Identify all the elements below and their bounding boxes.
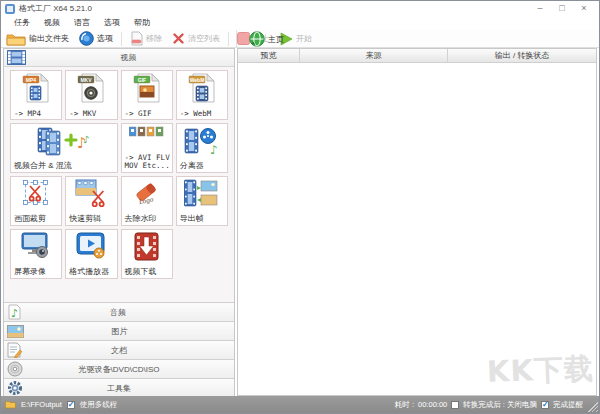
column-header-preview[interactable]: 预览 bbox=[238, 49, 300, 62]
menu-item-language[interactable]: 语言 bbox=[67, 16, 97, 30]
clear-list-icon bbox=[172, 32, 185, 45]
home-globe-icon bbox=[249, 31, 265, 47]
watermark: KK下载 bbox=[486, 349, 594, 393]
card-splitter[interactable]: ♪ 分离器 bbox=[176, 123, 228, 173]
svg-text:♪: ♪ bbox=[11, 307, 18, 320]
toolbar-divider bbox=[236, 30, 237, 47]
section-header-toolset[interactable]: 工具集 bbox=[4, 378, 234, 397]
picture-icon bbox=[7, 325, 24, 338]
small-folder-icon bbox=[5, 400, 16, 409]
column-header-output-status[interactable]: 输出 / 转换状态 bbox=[448, 49, 596, 62]
remove-icon bbox=[130, 31, 143, 46]
menu-item-options[interactable]: 选项 bbox=[97, 16, 127, 30]
download-icon bbox=[122, 232, 172, 261]
card-video-download[interactable]: 视频下载 bbox=[121, 229, 173, 279]
elapsed-value: 00:00:00 bbox=[418, 400, 447, 409]
video-panel: MP4 -> MP4 MKV -> MKV GIF -> GIF WebM ->… bbox=[4, 67, 234, 302]
quick-clip-icon bbox=[66, 179, 116, 207]
section-header-audio[interactable]: ♪ 音频 bbox=[4, 302, 234, 321]
mp4-file-icon: MP4 bbox=[11, 73, 61, 104]
section-header-disc[interactable]: 光驱设备\DVD\CD\ISO bbox=[4, 359, 234, 378]
notify-checkbox[interactable] bbox=[541, 401, 549, 409]
video-card-grid: MP4 -> MP4 MKV -> MKV GIF -> GIF WebM ->… bbox=[10, 70, 228, 279]
output-folder-icon bbox=[6, 32, 26, 46]
window-controls: – □ × bbox=[529, 1, 595, 16]
notify-label: 完成提醒 bbox=[553, 400, 583, 410]
mkv-file-icon: MKV bbox=[66, 73, 116, 104]
export-frames-icon bbox=[177, 179, 227, 207]
card-to-mkv[interactable]: MKV -> MKV bbox=[65, 70, 117, 120]
toolbar-separator bbox=[121, 32, 122, 46]
statusbar-left: E:\FFOutput 使用多线程 bbox=[5, 400, 117, 410]
gear-icon bbox=[7, 380, 23, 396]
after-convert-label: 转换完成后 : 关闭电脑 bbox=[463, 400, 537, 410]
card-crop[interactable]: 画面裁剪 bbox=[10, 176, 62, 226]
card-video-merge-mux[interactable]: ♪♪ 视频合并 & 混流 bbox=[10, 123, 118, 173]
svg-text:MKV: MKV bbox=[81, 77, 93, 83]
document-icon bbox=[7, 342, 23, 358]
section-header-picture[interactable]: 图片 bbox=[4, 321, 234, 340]
card-remove-watermark[interactable]: Logo 去除水印 bbox=[121, 176, 173, 226]
svg-text:♪: ♪ bbox=[210, 143, 218, 156]
elapsed-label: 耗时 : bbox=[395, 400, 414, 410]
music-note-icon: ♪ bbox=[7, 304, 21, 320]
remove-button[interactable]: 移除 bbox=[125, 30, 167, 48]
card-to-avi-flv-mov[interactable]: -> AVI FLVMOV Etc... bbox=[121, 123, 173, 173]
card-to-mp4[interactable]: MP4 -> MP4 bbox=[10, 70, 62, 120]
toolbar-separator bbox=[228, 32, 229, 46]
multithread-label: 使用多线程 bbox=[80, 400, 118, 410]
crop-scissors-icon bbox=[11, 179, 61, 207]
section-header-document[interactable]: 文档 bbox=[4, 340, 234, 359]
svg-text:♪: ♪ bbox=[83, 134, 89, 145]
task-list-body[interactable] bbox=[238, 63, 596, 395]
minimize-button[interactable]: – bbox=[529, 1, 551, 16]
screen-record-icon bbox=[11, 232, 61, 259]
column-header-source[interactable]: 来源 bbox=[300, 49, 448, 62]
menu-bar: 任务 视频 语言 选项 帮助 bbox=[1, 16, 599, 30]
app-icon bbox=[5, 4, 15, 14]
film-icon bbox=[7, 50, 26, 65]
title-bar: 格式工厂 X64 5.21.0 – □ × bbox=[1, 1, 599, 16]
section-header-video[interactable]: 视频 bbox=[4, 49, 234, 67]
close-button[interactable]: × bbox=[573, 1, 595, 16]
svg-text:MP4: MP4 bbox=[26, 77, 37, 83]
player-icon bbox=[66, 232, 116, 259]
multithread-checkbox[interactable] bbox=[67, 401, 75, 409]
card-to-gif[interactable]: GIF -> GIF bbox=[121, 70, 173, 120]
output-folder-button[interactable]: 输出文件夹 bbox=[1, 30, 74, 48]
status-bar: E:\FFOutput 使用多线程 耗时 : 00:00:00 转换完成后 : … bbox=[1, 396, 599, 413]
table-header: 预览 来源 输出 / 转换状态 bbox=[238, 49, 596, 63]
svg-text:GIF: GIF bbox=[137, 77, 145, 83]
eraser-logo-icon: Logo bbox=[122, 179, 172, 207]
format-row-icon bbox=[122, 126, 172, 139]
merge-filmstrips-icon: ♪♪ bbox=[11, 126, 117, 156]
card-format-player[interactable]: 格式播放器 bbox=[65, 229, 117, 279]
options-globe-icon bbox=[79, 31, 94, 46]
shutdown-after-checkbox[interactable] bbox=[451, 401, 459, 409]
maximize-button[interactable]: □ bbox=[551, 1, 573, 16]
resize-grip[interactable] bbox=[588, 402, 598, 412]
app-window: 格式工厂 X64 5.21.0 – □ × 任务 视频 语言 选项 帮助 输出文… bbox=[0, 0, 600, 414]
menu-item-video[interactable]: 视频 bbox=[37, 16, 67, 30]
sidebar: 视频 MP4 -> MP4 MKV -> MKV GIF -> GIF WebM bbox=[3, 48, 235, 398]
card-screen-record[interactable]: 屏幕录像 bbox=[10, 229, 62, 279]
card-quick-clip[interactable]: 快速剪辑 bbox=[65, 176, 117, 226]
gif-file-icon: GIF bbox=[122, 73, 172, 104]
disc-icon bbox=[7, 361, 23, 377]
svg-text:WebM: WebM bbox=[190, 77, 205, 83]
splitter-icon: ♪ bbox=[177, 126, 227, 156]
window-title: 格式工厂 X64 5.21.0 bbox=[19, 3, 92, 14]
menu-item-task[interactable]: 任务 bbox=[7, 16, 37, 30]
home-button[interactable]: 主页 bbox=[244, 30, 289, 48]
clear-list-button[interactable]: 清空列表 bbox=[167, 30, 225, 48]
card-to-webm[interactable]: WebM -> WebM bbox=[176, 70, 228, 120]
output-path[interactable]: E:\FFOutput bbox=[21, 400, 62, 409]
menu-item-help[interactable]: 帮助 bbox=[127, 16, 157, 30]
webm-file-icon: WebM bbox=[177, 73, 227, 104]
card-export-frames[interactable]: 导出帧 bbox=[176, 176, 228, 226]
toolbar: 输出文件夹 选项 移除 清空列表 停止 开始 主页 bbox=[1, 30, 599, 48]
statusbar-right: 耗时 : 00:00:00 转换完成后 : 关闭电脑 完成提醒 bbox=[395, 400, 595, 410]
task-list-panel: 预览 来源 输出 / 转换状态 KK下载 bbox=[237, 48, 597, 396]
options-button[interactable]: 选项 bbox=[74, 30, 118, 48]
